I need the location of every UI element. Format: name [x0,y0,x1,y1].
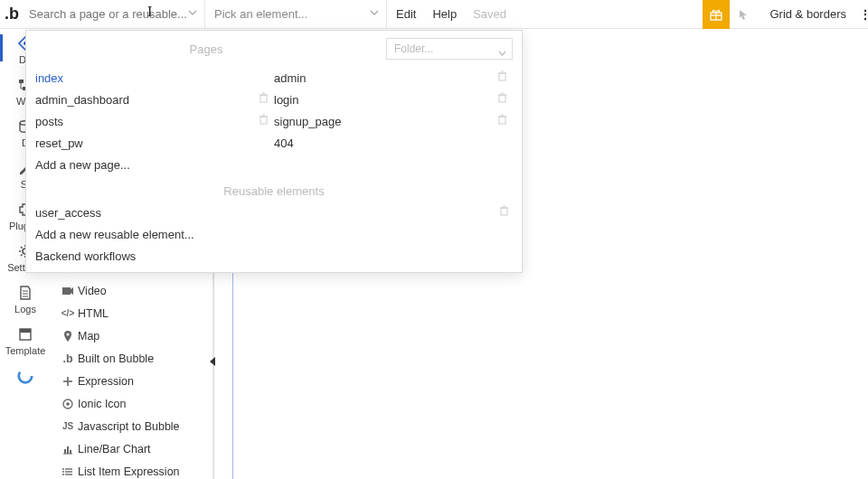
edit-menu[interactable]: Edit [396,7,416,21]
collapse-triangle-icon[interactable] [209,354,216,363]
spinner-icon [16,367,34,385]
chevron-down-icon [498,46,506,59]
svg-point-31 [62,468,64,470]
page-item-admin-dashboard[interactable]: admin_dashboard [35,89,274,110]
trash-icon[interactable] [259,114,269,127]
grid-borders-toggle[interactable]: Grid & borders [757,7,859,21]
svg-rect-50 [501,208,507,215]
page-item-404[interactable]: 404 [274,132,513,154]
backend-workflows[interactable]: Backend workflows [26,245,522,267]
svg-rect-27 [70,450,71,454]
svg-point-19 [67,333,70,335]
plus-icon [58,375,78,388]
rail-label: Logs [14,304,36,315]
palette-item-js2bubble[interactable]: JSJavascript to Bubble [52,415,212,437]
js-icon: JS [58,421,78,431]
page-item-login[interactable]: login [274,89,513,110]
svg-rect-38 [260,117,267,124]
svg-point-32 [62,471,64,473]
palette-item-map[interactable]: Map [52,324,212,347]
pin-icon [58,330,78,343]
svg-point-33 [62,474,64,475]
rail-item-template[interactable]: Template [0,320,51,362]
page-search-input[interactable] [29,7,204,21]
svg-rect-5 [19,80,24,83]
svg-rect-15 [20,329,31,333]
add-new-reusable[interactable]: Add a new reusable element... [26,223,522,245]
element-palette: Alert Video </>HTML Map .bBuilt on Bubbl… [52,257,213,479]
panel-divider [213,257,214,479]
help-menu[interactable]: Help [432,7,457,21]
palette-item-builton[interactable]: .bBuilt on Bubble [52,347,212,370]
svg-marker-18 [71,287,73,295]
svg-marker-34 [210,357,215,366]
palette-item-video[interactable]: Video [52,279,212,302]
chart-icon [58,443,78,456]
chevron-down-icon [370,10,379,19]
svg-rect-25 [64,449,66,454]
canvas-guide [232,257,233,479]
trash-icon[interactable] [499,205,509,219]
svg-point-16 [19,370,33,383]
element-picker-dropdown[interactable]: Pick an element... [205,0,386,29]
pages-section-header: Pages [190,42,223,56]
saved-status: Saved [473,7,506,21]
palette-item-expression[interactable]: Expression [52,370,212,392]
more-menu[interactable]: ⋮ [859,7,868,22]
trash-icon[interactable] [497,114,507,127]
chevron-down-icon [188,10,197,19]
page-search-dropdown[interactable]: I [24,0,204,29]
reusable-section-header: Reusable elements [26,181,522,202]
add-new-page[interactable]: Add a new page... [35,154,274,175]
trash-icon[interactable] [259,92,269,106]
bubble-icon: .b [58,352,78,365]
pointer-button[interactable] [730,0,757,29]
svg-rect-35 [260,95,267,102]
logs-icon [16,284,34,302]
svg-rect-17 [62,287,71,295]
svg-point-23 [66,402,70,406]
target-icon [58,398,78,410]
page-item-admin[interactable]: admin [274,67,513,89]
rail-item-logs[interactable]: Logs [0,278,51,320]
palette-item-chart[interactable]: Line/Bar Chart [52,437,212,460]
rail-item-loading[interactable] [0,362,51,392]
gift-button[interactable] [703,0,730,29]
list-icon [58,465,78,478]
template-icon [16,325,34,343]
svg-rect-41 [499,73,505,80]
folder-select[interactable]: Folder... [386,38,513,60]
palette-item-html[interactable]: </>HTML [52,302,212,324]
palette-item-ionicicon[interactable]: Ionic Icon [52,392,212,415]
element-picker-placeholder: Pick an element... [214,7,307,21]
code-icon: </> [58,308,78,318]
video-icon [58,285,78,297]
bubble-logo[interactable]: b [0,5,24,23]
page-item-signup[interactable]: signup_page [274,110,513,132]
page-item-resetpw[interactable]: reset_pw [35,132,274,154]
svg-rect-47 [499,117,505,124]
palette-item-listitem[interactable]: List Item Expression [52,460,212,479]
page-item-posts[interactable]: posts [35,110,274,132]
svg-rect-44 [499,95,505,102]
page-item-index[interactable]: index [35,67,274,89]
svg-rect-26 [67,446,69,454]
trash-icon[interactable] [497,70,507,84]
rail-label: Template [5,345,46,356]
trash-icon[interactable] [497,92,507,106]
reusable-item-user-access[interactable]: user_access [26,202,522,223]
page-picker-dropdown-panel: Pages Folder... index admin_dashboard po… [25,30,523,273]
